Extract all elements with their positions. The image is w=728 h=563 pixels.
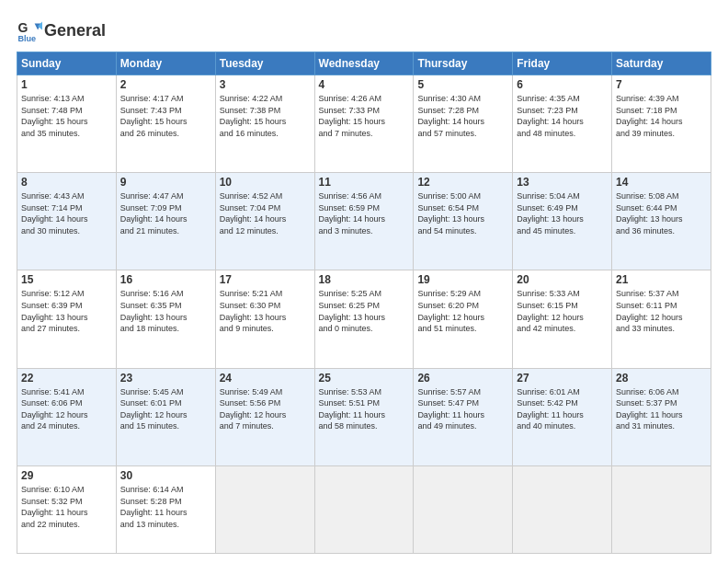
day-info: Sunrise: 5:04 AM Sunset: 6:49 PM Dayligh… <box>517 190 608 236</box>
day-number: 7 <box>616 78 707 91</box>
day-number: 1 <box>21 78 112 91</box>
day-info: Sunrise: 4:47 AM Sunset: 7:09 PM Dayligh… <box>120 190 211 236</box>
day-info: Sunrise: 4:26 AM Sunset: 7:33 PM Dayligh… <box>319 93 410 139</box>
day-info: Sunrise: 5:49 AM Sunset: 5:56 PM Dayligh… <box>220 386 311 432</box>
calendar-cell: 3Sunrise: 4:22 AM Sunset: 7:38 PM Daylig… <box>215 75 314 173</box>
calendar-cell: 17Sunrise: 5:21 AM Sunset: 6:30 PM Dayli… <box>215 270 314 368</box>
calendar-cell: 6Sunrise: 4:35 AM Sunset: 7:23 PM Daylig… <box>513 75 612 173</box>
day-info: Sunrise: 5:53 AM Sunset: 5:51 PM Dayligh… <box>319 386 410 432</box>
day-number: 12 <box>417 176 508 189</box>
day-info: Sunrise: 4:22 AM Sunset: 7:38 PM Dayligh… <box>220 93 311 139</box>
day-info: Sunrise: 4:43 AM Sunset: 7:14 PM Dayligh… <box>21 190 112 236</box>
calendar-header-row: SundayMondayTuesdayWednesdayThursdayFrid… <box>17 52 711 75</box>
calendar-cell <box>414 465 513 553</box>
col-header-saturday: Saturday <box>612 52 711 75</box>
day-info: Sunrise: 5:25 AM Sunset: 6:25 PM Dayligh… <box>319 288 410 334</box>
calendar-cell: 29Sunrise: 6:10 AM Sunset: 5:32 PM Dayli… <box>17 465 117 553</box>
calendar-cell: 11Sunrise: 4:56 AM Sunset: 6:59 PM Dayli… <box>314 173 414 270</box>
calendar-week-row: 8Sunrise: 4:43 AM Sunset: 7:14 PM Daylig… <box>17 173 711 270</box>
logo-general: General <box>44 21 106 40</box>
day-number: 26 <box>417 372 508 385</box>
calendar-cell: 1Sunrise: 4:13 AM Sunset: 7:48 PM Daylig… <box>17 75 117 173</box>
calendar-week-row: 1Sunrise: 4:13 AM Sunset: 7:48 PM Daylig… <box>17 75 711 173</box>
header: G Blue General <box>17 15 711 44</box>
calendar-cell: 23Sunrise: 5:45 AM Sunset: 6:01 PM Dayli… <box>116 368 215 465</box>
col-header-friday: Friday <box>513 52 612 75</box>
calendar-cell: 16Sunrise: 5:16 AM Sunset: 6:35 PM Dayli… <box>116 270 215 368</box>
day-number: 25 <box>319 372 410 385</box>
calendar-cell: 9Sunrise: 4:47 AM Sunset: 7:09 PM Daylig… <box>116 173 215 270</box>
calendar-cell: 10Sunrise: 4:52 AM Sunset: 7:04 PM Dayli… <box>215 173 314 270</box>
day-number: 3 <box>220 78 311 91</box>
calendar-week-row: 29Sunrise: 6:10 AM Sunset: 5:32 PM Dayli… <box>17 465 711 553</box>
day-info: Sunrise: 5:33 AM Sunset: 6:15 PM Dayligh… <box>517 288 608 334</box>
svg-marker-2 <box>38 22 42 30</box>
day-number: 16 <box>120 273 211 286</box>
day-info: Sunrise: 5:00 AM Sunset: 6:54 PM Dayligh… <box>417 190 508 236</box>
calendar-cell <box>513 465 612 553</box>
calendar-cell: 7Sunrise: 4:39 AM Sunset: 7:18 PM Daylig… <box>612 75 711 173</box>
day-number: 13 <box>517 176 608 189</box>
day-number: 15 <box>21 273 112 286</box>
col-header-wednesday: Wednesday <box>314 52 414 75</box>
calendar-cell: 14Sunrise: 5:08 AM Sunset: 6:44 PM Dayli… <box>612 173 711 270</box>
day-info: Sunrise: 5:37 AM Sunset: 6:11 PM Dayligh… <box>616 288 707 334</box>
day-info: Sunrise: 4:56 AM Sunset: 6:59 PM Dayligh… <box>319 190 410 236</box>
col-header-monday: Monday <box>116 52 215 75</box>
day-info: Sunrise: 5:12 AM Sunset: 6:39 PM Dayligh… <box>21 288 112 334</box>
day-number: 27 <box>517 372 608 385</box>
day-number: 17 <box>220 273 311 286</box>
day-info: Sunrise: 4:17 AM Sunset: 7:43 PM Dayligh… <box>120 93 211 139</box>
day-number: 20 <box>517 273 608 286</box>
calendar-cell <box>215 465 314 553</box>
day-number: 29 <box>21 469 112 482</box>
day-number: 4 <box>319 78 410 91</box>
day-number: 5 <box>417 78 508 91</box>
svg-text:G: G <box>17 20 28 35</box>
day-number: 10 <box>220 176 311 189</box>
day-number: 18 <box>319 273 410 286</box>
day-info: Sunrise: 5:45 AM Sunset: 6:01 PM Dayligh… <box>120 386 211 432</box>
calendar-cell: 30Sunrise: 6:14 AM Sunset: 5:28 PM Dayli… <box>116 465 215 553</box>
day-info: Sunrise: 5:41 AM Sunset: 6:06 PM Dayligh… <box>21 386 112 432</box>
day-number: 14 <box>616 176 707 189</box>
calendar-cell: 19Sunrise: 5:29 AM Sunset: 6:20 PM Dayli… <box>414 270 513 368</box>
col-header-sunday: Sunday <box>17 52 117 75</box>
day-info: Sunrise: 5:57 AM Sunset: 5:47 PM Dayligh… <box>417 386 508 432</box>
day-info: Sunrise: 6:10 AM Sunset: 5:32 PM Dayligh… <box>21 484 112 530</box>
calendar-cell: 27Sunrise: 6:01 AM Sunset: 5:42 PM Dayli… <box>513 368 612 465</box>
day-number: 8 <box>21 176 112 189</box>
day-info: Sunrise: 5:21 AM Sunset: 6:30 PM Dayligh… <box>220 288 311 334</box>
calendar-cell: 5Sunrise: 4:30 AM Sunset: 7:28 PM Daylig… <box>414 75 513 173</box>
day-info: Sunrise: 4:13 AM Sunset: 7:48 PM Dayligh… <box>21 93 112 139</box>
day-info: Sunrise: 4:35 AM Sunset: 7:23 PM Dayligh… <box>517 93 608 139</box>
svg-text:Blue: Blue <box>17 34 36 43</box>
day-info: Sunrise: 5:29 AM Sunset: 6:20 PM Dayligh… <box>417 288 508 334</box>
calendar-cell: 18Sunrise: 5:25 AM Sunset: 6:25 PM Dayli… <box>314 270 414 368</box>
calendar-cell: 2Sunrise: 4:17 AM Sunset: 7:43 PM Daylig… <box>116 75 215 173</box>
day-number: 28 <box>616 372 707 385</box>
calendar-cell: 20Sunrise: 5:33 AM Sunset: 6:15 PM Dayli… <box>513 270 612 368</box>
day-info: Sunrise: 6:01 AM Sunset: 5:42 PM Dayligh… <box>517 386 608 432</box>
day-number: 9 <box>120 176 211 189</box>
day-info: Sunrise: 6:06 AM Sunset: 5:37 PM Dayligh… <box>616 386 707 432</box>
day-number: 30 <box>120 469 211 482</box>
day-number: 2 <box>120 78 211 91</box>
calendar-cell: 13Sunrise: 5:04 AM Sunset: 6:49 PM Dayli… <box>513 173 612 270</box>
day-info: Sunrise: 4:39 AM Sunset: 7:18 PM Dayligh… <box>616 93 707 139</box>
calendar-cell: 22Sunrise: 5:41 AM Sunset: 6:06 PM Dayli… <box>17 368 117 465</box>
day-info: Sunrise: 6:14 AM Sunset: 5:28 PM Dayligh… <box>120 484 211 530</box>
day-number: 23 <box>120 372 211 385</box>
day-number: 19 <box>417 273 508 286</box>
calendar-cell: 25Sunrise: 5:53 AM Sunset: 5:51 PM Dayli… <box>314 368 414 465</box>
logo-icon: G Blue <box>17 18 42 44</box>
day-number: 6 <box>517 78 608 91</box>
calendar-cell <box>612 465 711 553</box>
calendar-cell: 28Sunrise: 6:06 AM Sunset: 5:37 PM Dayli… <box>612 368 711 465</box>
logo-text: General <box>44 22 106 40</box>
calendar-cell: 21Sunrise: 5:37 AM Sunset: 6:11 PM Dayli… <box>612 270 711 368</box>
day-number: 21 <box>616 273 707 286</box>
day-number: 24 <box>220 372 311 385</box>
day-info: Sunrise: 5:08 AM Sunset: 6:44 PM Dayligh… <box>616 190 707 236</box>
day-number: 11 <box>319 176 410 189</box>
